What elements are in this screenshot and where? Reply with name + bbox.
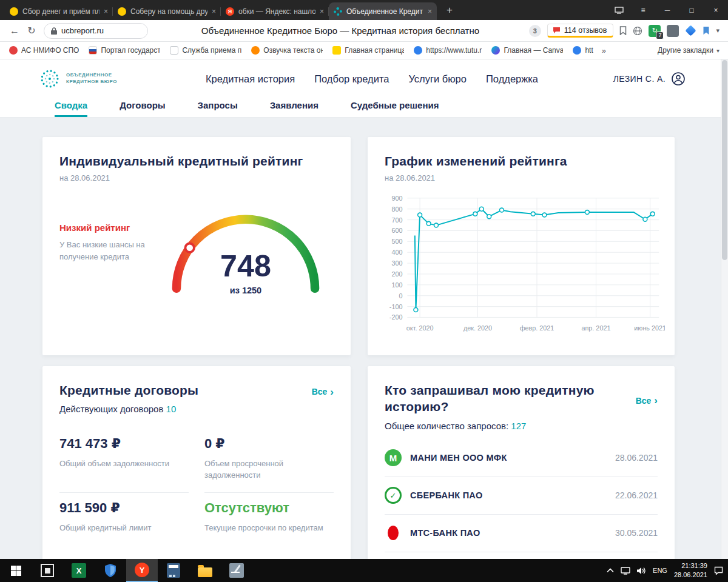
maximize-button[interactable]: □ [679, 0, 704, 20]
credit-score-gauge: 748 из 1250 [158, 196, 334, 304]
start-button[interactable] [0, 559, 32, 582]
total-label: Общее количество запросов: [385, 421, 508, 431]
bookmark-item-7[interactable]: Главная — Canva [487, 44, 567, 56]
close-button[interactable]: × [704, 0, 728, 20]
tab-inquiries[interactable]: Запросы [198, 98, 238, 117]
bookmark-item-5[interactable]: Главная страница [328, 44, 408, 56]
other-bookmarks-button[interactable]: Другие закладки ▾ [654, 44, 723, 56]
bookmark-item-3[interactable]: Служба приема п [166, 44, 246, 56]
display-icon[interactable] [621, 567, 630, 575]
all-inquiries-link[interactable]: Все › [636, 395, 658, 406]
user-name: ЛЕЗИН С. А. [613, 74, 666, 84]
logo-check: ✓ [385, 487, 402, 504]
tab-summary[interactable]: Сводка [55, 98, 87, 117]
taskbar-app-excel[interactable]: X [63, 559, 95, 582]
reviews-extension-button[interactable]: 114 отзывов [547, 24, 614, 38]
tab-close-icon[interactable]: × [320, 7, 324, 16]
other-bookmarks-label: Другие закладки [658, 46, 713, 55]
stat-credit-limit: 911 590 ₽ Общий кредитный лимит [59, 493, 189, 545]
taskbar-app-photos[interactable] [32, 559, 63, 582]
new-tab-button[interactable]: + [442, 2, 457, 18]
svg-text:500: 500 [391, 238, 402, 246]
bookmarks-bar: АС НМИФО СПО Портал государств Служба пр… [0, 42, 728, 59]
tab-close-icon[interactable]: × [428, 7, 432, 16]
user-account-button[interactable]: ЛЕЗИН С. А. [613, 72, 686, 86]
taskbar-app-calculator[interactable] [158, 559, 189, 582]
tab-applications[interactable]: Заявления [270, 98, 318, 117]
back-button[interactable]: ← [6, 22, 23, 39]
tab-contracts[interactable]: Договоры [120, 98, 165, 117]
taskbar-clock[interactable]: 21:31:39 28.06.2021 [674, 561, 707, 580]
nav-support[interactable]: Поддержка [486, 73, 538, 85]
notification-icon[interactable] [714, 566, 723, 575]
extension-blue-icon[interactable] [686, 25, 696, 36]
tab-close-icon[interactable]: × [212, 7, 216, 16]
page-viewport: Объединённое кредитное бюро Кредитная ис… [0, 59, 728, 559]
browser-tab-1[interactable]: Сбор денег и приём плат × [5, 2, 113, 20]
address-bar[interactable]: ucbreport.ru [44, 23, 148, 39]
profile-badge[interactable]: 3 [529, 25, 541, 37]
active-contracts-count: 10 [166, 404, 177, 414]
extension-gray-icon[interactable] [667, 25, 679, 37]
reload-button[interactable]: ↻ [23, 22, 40, 39]
user-avatar-icon [671, 72, 686, 86]
flag-extension-icon[interactable] [703, 26, 710, 35]
okb-logo[interactable]: Объединённое кредитное бюро [39, 68, 133, 90]
rating-line-chart: 9008007006005004003002001000-100-200окт.… [385, 191, 665, 336]
all-contracts-link[interactable]: Все › [312, 387, 334, 397]
bookmark-item-8[interactable]: htt [568, 44, 597, 56]
menu-icon[interactable]: ≡ [631, 0, 655, 20]
volume-icon[interactable] [637, 567, 646, 575]
bookmark-item-2[interactable]: Портал государств [84, 44, 164, 56]
bookmark-icon[interactable] [619, 26, 627, 35]
minimize-button[interactable]: ─ [655, 0, 679, 20]
ru-flag-favicon [89, 46, 97, 55]
stat-label: Объем просроченной задолженности [204, 458, 332, 481]
card-title: График изменений рейтинга [385, 153, 658, 169]
logo-line-2: кредитное бюро [66, 79, 117, 85]
moneyman-logo-icon: M [385, 449, 402, 466]
bookmark-label: Главная страница [345, 46, 404, 55]
inquiry-row[interactable]: ✓ СБЕРБАНК ПАО 22.06.2021 [385, 477, 658, 515]
scrollbar[interactable] [721, 59, 728, 559]
taskbar-app-yandex-browser[interactable]: Y [126, 559, 158, 582]
inquiry-row[interactable]: M МАНИ МЕН ООО МФК 28.06.2021 [385, 440, 658, 477]
taskbar-app-explorer[interactable] [189, 559, 221, 582]
svg-text:400: 400 [391, 249, 402, 256]
doc-favicon [170, 46, 178, 55]
bookmark-label: Озвучка текста он [263, 46, 323, 55]
taskbar-app-security[interactable] [95, 559, 126, 582]
stat-current-overdue: Отсутствуют Текущие просрочки по кредита… [204, 493, 334, 545]
nav-credit-history[interactable]: Кредитная история [206, 73, 295, 85]
extension-green-icon[interactable]: ↻ 7 [649, 25, 661, 37]
bookmark-item-6[interactable]: https://www.tutu.r [410, 44, 486, 56]
svg-text:апр. 2021: апр. 2021 [582, 324, 611, 332]
scrollbar-thumb[interactable] [722, 60, 727, 260]
tab-close-icon[interactable]: × [104, 7, 108, 16]
card-date: на 28.06.2021 [59, 173, 334, 182]
bookmark-label: Главная — Canva [504, 46, 563, 55]
inquiry-row[interactable]: МТС-БАНК ПАО 30.05.2021 [385, 515, 658, 552]
browser-tab-active[interactable]: Объединенное Кредит × [329, 2, 437, 20]
svg-text:-100: -100 [389, 303, 403, 310]
cast-icon[interactable] [607, 0, 631, 20]
globe-icon[interactable] [633, 26, 642, 36]
nav-bureau-services[interactable]: Услуги бюро [408, 73, 467, 85]
tab-court-decisions[interactable]: Судебные решения [351, 98, 439, 117]
language-indicator[interactable]: ENG [653, 567, 667, 574]
browser-tab-2[interactable]: Соберу на помощь другу × [113, 2, 221, 20]
browser-tab-3[interactable]: Я обки — Яндекс: нашлось × [221, 2, 329, 20]
bookmark-item-1[interactable]: АС НМИФО СПО [5, 44, 83, 56]
chevron-down-icon[interactable]: ▾ [716, 27, 720, 35]
taskbar-app-notes[interactable] [221, 559, 252, 582]
tab-title: обки — Яндекс: нашлось [238, 7, 315, 16]
tray-expand-icon[interactable] [607, 568, 614, 573]
chevron-right-icon: › [330, 387, 334, 397]
stat-label: Общий кредитный лимит [59, 523, 187, 534]
bookmark-item-4[interactable]: Озвучка текста он [247, 44, 327, 56]
nav-credit-selection[interactable]: Подбор кредита [314, 73, 389, 85]
bookmarks-overflow-icon[interactable]: » [599, 46, 609, 55]
card-date: на 28.06.2021 [385, 173, 658, 182]
stat-label: Текущие просрочки по кредитам [204, 523, 332, 534]
chevron-right-icon: › [654, 395, 658, 406]
